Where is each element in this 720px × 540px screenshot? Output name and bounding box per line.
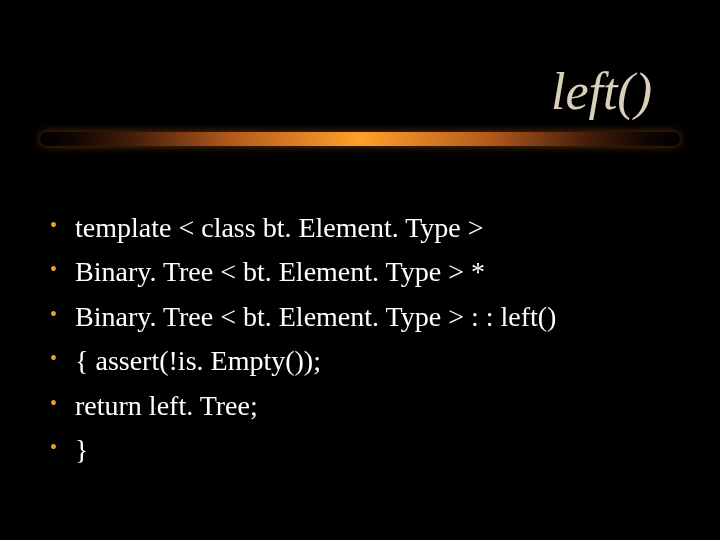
bullet-text: Binary. Tree < bt. Element. Type > : : l… — [75, 299, 556, 335]
bullet-icon: • — [50, 258, 57, 281]
bullet-icon: • — [50, 303, 57, 326]
bullet-icon: • — [50, 436, 57, 459]
bullet-icon: • — [50, 214, 57, 237]
list-item: • { assert(!is. Empty()); — [50, 343, 670, 379]
bullet-icon: • — [50, 392, 57, 415]
bullet-text: } — [75, 432, 88, 468]
list-item: • return left. Tree; — [50, 388, 670, 424]
list-item: • Binary. Tree < bt. Element. Type > * — [50, 254, 670, 290]
bullet-text: template < class bt. Element. Type > — [75, 210, 484, 246]
slide-title: left() — [551, 62, 652, 121]
bullet-icon: • — [50, 347, 57, 370]
content-area: • template < class bt. Element. Type > •… — [50, 210, 670, 476]
list-item: • } — [50, 432, 670, 468]
list-item: • Binary. Tree < bt. Element. Type > : :… — [50, 299, 670, 335]
divider-bar — [40, 132, 680, 146]
bullet-text: return left. Tree; — [75, 388, 258, 424]
bullet-text: { assert(!is. Empty()); — [75, 343, 321, 379]
list-item: • template < class bt. Element. Type > — [50, 210, 670, 246]
bullet-text: Binary. Tree < bt. Element. Type > * — [75, 254, 485, 290]
